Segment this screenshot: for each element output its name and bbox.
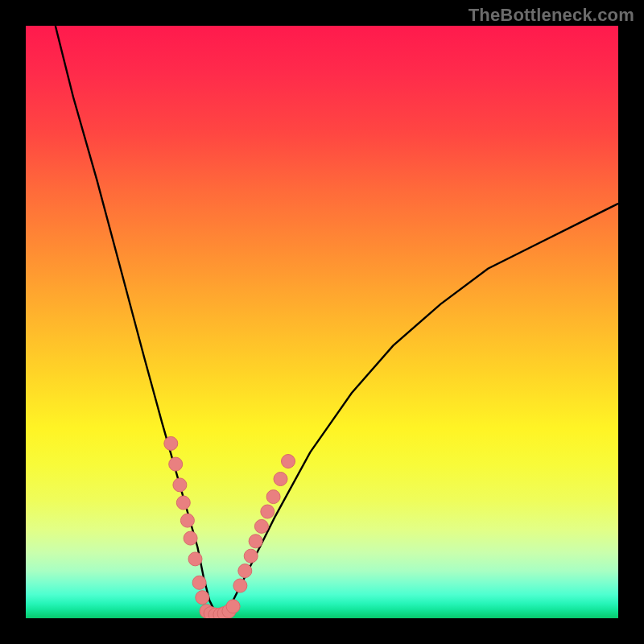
chart-svg [26,26,618,618]
data-point [233,579,247,592]
data-point [164,436,178,450]
data-point [226,600,240,613]
data-point [274,473,287,486]
data-point [188,552,202,566]
data-point [176,496,190,510]
data-markers [164,436,295,618]
data-point [282,455,295,469]
bottleneck-curve [56,26,618,613]
data-point [180,514,194,527]
data-point [244,549,258,563]
watermark-text: TheBottleneck.com [469,5,634,26]
data-point [238,564,252,578]
data-point [173,478,187,492]
data-point [196,591,209,605]
data-point [184,531,197,545]
data-point [249,535,262,548]
data-point [254,519,268,533]
chart-frame: TheBottleneck.com [0,0,644,644]
data-point [192,576,206,589]
plot-area [26,26,618,618]
data-point [169,457,183,471]
data-point [266,490,280,504]
data-point [261,505,275,518]
